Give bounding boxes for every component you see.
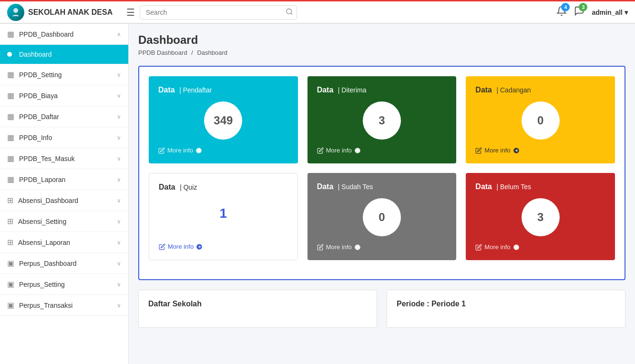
edit-icon-5 [317, 244, 324, 251]
sidebar: ▦ PPDB_Dashboard ∧ Dashboard ▦ PPDB_Sett… [0, 24, 129, 364]
absensi-dashboard-icon: ⊞ [7, 196, 13, 205]
page-title: Dashboard [138, 33, 625, 47]
card-quiz-value: 1 [159, 206, 288, 221]
notification-button[interactable]: 4 [556, 6, 567, 19]
svg-point-0 [13, 8, 18, 13]
card-diterima-data-label: Data [317, 86, 334, 94]
search-input[interactable] [140, 5, 297, 20]
periode-title: Periode : Periode 1 [397, 300, 615, 308]
main-content: Dashboard PPDB Dashboard / Dashboard Dat… [129, 24, 635, 364]
sidebar-label-ppdb-laporan: PPDB_Laporan [19, 176, 65, 183]
card-belum-tes-data-label: Data [475, 182, 492, 191]
ppdb-setting-icon: ▦ [7, 70, 14, 79]
card-diterima-more-info[interactable]: More info [317, 147, 447, 154]
edit-icon-6 [475, 244, 482, 251]
sidebar-item-dashboard[interactable]: Dashboard [0, 45, 128, 64]
card-cadangan-value: 0 [522, 101, 560, 140]
sidebar-item-ppdb-laporan[interactable]: ▦ PPDB_Laporan ∨ [0, 169, 128, 190]
card-quiz-more-info[interactable]: More info [159, 243, 288, 250]
absensi-setting-icon: ⊞ [7, 217, 13, 226]
message-badge: 3 [579, 3, 587, 11]
sidebar-item-ppdb-biaya[interactable]: ▦ PPDB_Biaya ∨ [0, 85, 128, 106]
chevron-down-icon-9: ∨ [117, 239, 121, 246]
breadcrumb: PPDB Dashboard / Dashboard [138, 49, 625, 56]
card-belum-tes-title: Data | Belum Tes [475, 182, 605, 191]
navbar-right: 4 3 admin_all ▾ [556, 6, 628, 19]
sidebar-item-ppdb-setting[interactable]: ▦ PPDB_Setting ∨ [0, 64, 128, 85]
absensi-laporan-icon: ⊞ [7, 238, 13, 247]
card-sudah-tes-category: | Sudah Tes [338, 183, 373, 191]
perpus-dashboard-icon: ▣ [7, 259, 14, 268]
sidebar-item-absensi-dashboard[interactable]: ⊞ Absensi_Dashboard ∨ [0, 190, 128, 211]
card-sudah-tes: Data | Sudah Tes 0 More info [307, 173, 457, 260]
notification-badge: 4 [561, 3, 570, 11]
sidebar-item-ppdb-daftar[interactable]: ▦ PPDB_Daftar ∨ [0, 106, 128, 127]
card-cadangan-data-label: Data [475, 86, 492, 94]
chevron-up-icon: ∧ [117, 31, 121, 38]
card-quiz-data-label: Data [159, 183, 175, 191]
arrow-right-icon-5 [354, 244, 361, 251]
search-button[interactable] [286, 8, 293, 17]
sidebar-item-ppdb-dashboard[interactable]: ▦ PPDB_Dashboard ∧ [0, 24, 128, 45]
brand-logo [7, 4, 24, 21]
sidebar-label-perpus-dashboard: Perpus_Dashboard [19, 260, 77, 267]
chevron-down-icon-12: ∨ [117, 302, 121, 309]
navbar: SEKOLAH ANAK DESA ☰ 4 3 admin_all ▾ [0, 0, 635, 24]
sidebar-label-ppdb-daftar: PPDB_Daftar [19, 113, 59, 121]
card-sudah-tes-more-info[interactable]: More info [317, 243, 447, 251]
sidebar-item-ppdb-info[interactable]: ▦ PPDB_Info ∨ [0, 127, 128, 148]
user-menu-button[interactable]: admin_all ▾ [592, 9, 628, 16]
chevron-down-icon-11: ∨ [117, 281, 121, 288]
sidebar-item-perpus-dashboard[interactable]: ▣ Perpus_Dashboard ∨ [0, 253, 128, 274]
search-icon [286, 8, 293, 15]
periode-card: Periode : Periode 1 [387, 290, 625, 328]
brand: SEKOLAH ANAK DESA [7, 4, 126, 21]
edit-icon-3 [475, 147, 482, 154]
sidebar-label-perpus-setting: Perpus_Setting [19, 281, 65, 288]
daftar-sekolah-card: Daftar Sekolah [138, 290, 377, 328]
sidebar-item-absensi-laporan[interactable]: ⊞ Absensi_Laporan ∨ [0, 232, 128, 253]
sidebar-label-ppdb-tes-masuk: PPDB_Tes_Masuk [19, 155, 75, 162]
sidebar-item-perpus-setting[interactable]: ▣ Perpus_Setting ∨ [0, 274, 128, 295]
card-cadangan-title: Data | Cadangan [475, 86, 605, 94]
brand-name: SEKOLAH ANAK DESA [28, 8, 113, 17]
sidebar-item-perpus-transaksi[interactable]: ▣ Perpus_Transaksi ∨ [0, 295, 128, 316]
breadcrumb-parent: PPDB Dashboard [138, 49, 187, 56]
user-label: admin_all [592, 9, 623, 16]
cards-row-2: Data | Quiz 1 More info Data | Sudah Tes [149, 173, 615, 260]
sidebar-item-ppdb-tes-masuk[interactable]: ▦ PPDB_Tes_Masuk ∨ [0, 148, 128, 169]
sidebar-label-ppdb-biaya: PPDB_Biaya [19, 92, 58, 100]
chevron-down-icon-5: ∨ [117, 155, 121, 162]
card-pendaftar-data-label: Data [158, 86, 175, 94]
cards-row-1: Data | Pendaftar 349 More info Data | Di… [149, 76, 615, 163]
ppdb-dashboard-icon: ▦ [7, 30, 14, 39]
card-pendaftar-more-info[interactable]: More info [158, 147, 288, 154]
arrow-right-icon-4 [196, 243, 203, 250]
ppdb-tes-masuk-icon: ▦ [7, 154, 14, 163]
message-button[interactable]: 3 [574, 6, 584, 19]
ppdb-biaya-icon: ▦ [7, 91, 14, 100]
chevron-down-icon-3: ∨ [117, 113, 121, 120]
card-diterima-title: Data | Diterima [317, 86, 447, 94]
card-pendaftar: Data | Pendaftar 349 More info [149, 76, 298, 163]
svg-point-1 [287, 9, 292, 14]
sidebar-item-absensi-setting[interactable]: ⊞ Absensi_Setting ∨ [0, 211, 128, 232]
card-quiz: Data | Quiz 1 More info [149, 173, 298, 260]
card-belum-tes: Data | Belum Tes 3 More info [466, 173, 615, 260]
sidebar-label-ppdb-setting: PPDB_Setting [19, 71, 62, 79]
hamburger-button[interactable]: ☰ [126, 7, 135, 18]
ppdb-daftar-icon: ▦ [7, 112, 14, 121]
daftar-sekolah-title: Daftar Sekolah [148, 300, 367, 308]
card-sudah-tes-value: 0 [363, 198, 401, 236]
perpus-transaksi-icon: ▣ [7, 301, 14, 310]
card-cadangan-more-info[interactable]: More info [475, 147, 605, 154]
card-quiz-category: | Quiz [180, 183, 197, 191]
bottom-section: Daftar Sekolah Periode : Periode 1 [138, 290, 625, 328]
chevron-down-icon-2: ∨ [117, 92, 121, 99]
sidebar-label-absensi-laporan: Absensi_Laporan [18, 239, 70, 246]
card-diterima: Data | Diterima 3 More info [307, 76, 457, 163]
card-belum-tes-value: 3 [522, 198, 560, 236]
sidebar-label-absensi-dashboard: Absensi_Dashboard [18, 197, 78, 204]
breadcrumb-separator: / [191, 49, 195, 56]
card-belum-tes-more-info[interactable]: More info [475, 243, 605, 251]
